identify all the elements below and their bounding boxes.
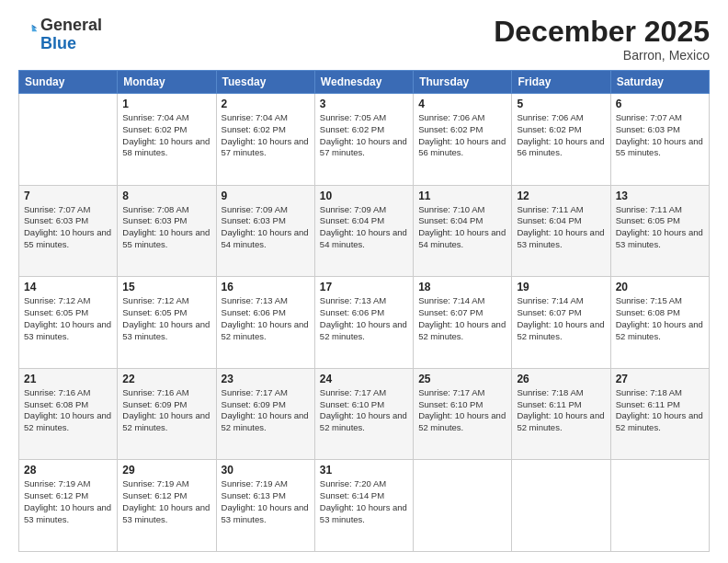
day-info: Sunrise: 7:11 AM Sunset: 6:04 PM Dayligh… [517,204,605,251]
day-info: Sunrise: 7:12 AM Sunset: 6:05 PM Dayligh… [24,295,112,342]
day-info: Sunrise: 7:12 AM Sunset: 6:05 PM Dayligh… [122,295,210,342]
day-info: Sunrise: 7:09 AM Sunset: 6:03 PM Dayligh… [222,204,310,251]
day-number: 22 [122,373,210,385]
day-cell: 12Sunrise: 7:11 AM Sunset: 6:04 PM Dayli… [512,185,610,277]
day-info: Sunrise: 7:17 AM Sunset: 6:09 PM Dayligh… [222,387,310,434]
week-row-2: 7Sunrise: 7:07 AM Sunset: 6:03 PM Daylig… [19,185,710,277]
week-row-3: 14Sunrise: 7:12 AM Sunset: 6:05 PM Dayli… [19,277,710,369]
header-tuesday: Tuesday [216,71,314,94]
day-number: 25 [418,373,506,385]
day-cell: 3Sunrise: 7:05 AM Sunset: 6:02 PM Daylig… [314,94,413,186]
day-info: Sunrise: 7:13 AM Sunset: 6:06 PM Dayligh… [222,295,310,342]
day-info: Sunrise: 7:04 AM Sunset: 6:02 PM Dayligh… [222,112,310,159]
logo-blue: Blue [40,34,76,52]
day-info: Sunrise: 7:17 AM Sunset: 6:10 PM Dayligh… [320,387,408,434]
week-row-5: 28Sunrise: 7:19 AM Sunset: 6:12 PM Dayli… [19,460,710,552]
day-info: Sunrise: 7:19 AM Sunset: 6:12 PM Dayligh… [122,478,210,525]
day-info: Sunrise: 7:05 AM Sunset: 6:02 PM Dayligh… [320,112,408,159]
header-wednesday: Wednesday [314,71,413,94]
logo-icon [20,23,40,43]
day-info: Sunrise: 7:10 AM Sunset: 6:04 PM Dayligh… [418,204,506,251]
day-info: Sunrise: 7:14 AM Sunset: 6:07 PM Dayligh… [517,295,605,342]
day-info: Sunrise: 7:07 AM Sunset: 6:03 PM Dayligh… [616,112,704,159]
day-cell: 31Sunrise: 7:20 AM Sunset: 6:14 PM Dayli… [314,460,413,552]
header-thursday: Thursday [414,71,512,94]
calendar-table: SundayMondayTuesdayWednesdayThursdayFrid… [18,70,710,552]
day-info: Sunrise: 7:06 AM Sunset: 6:02 PM Dayligh… [418,112,506,159]
day-number: 29 [122,464,210,477]
day-cell: 1Sunrise: 7:04 AM Sunset: 6:02 PM Daylig… [118,94,216,186]
day-number: 28 [24,464,112,477]
day-cell: 14Sunrise: 7:12 AM Sunset: 6:05 PM Dayli… [19,277,118,369]
header-saturday: Saturday [610,71,709,94]
day-cell: 26Sunrise: 7:18 AM Sunset: 6:11 PM Dayli… [512,368,610,460]
day-cell: 29Sunrise: 7:19 AM Sunset: 6:12 PM Dayli… [118,460,216,552]
day-info: Sunrise: 7:09 AM Sunset: 6:04 PM Dayligh… [320,204,408,251]
day-number: 26 [517,373,605,385]
day-number: 24 [320,373,408,385]
day-cell [19,94,118,186]
day-info: Sunrise: 7:16 AM Sunset: 6:08 PM Dayligh… [24,387,112,434]
day-cell: 22Sunrise: 7:16 AM Sunset: 6:09 PM Dayli… [118,368,216,460]
day-number: 6 [616,98,704,110]
day-cell: 15Sunrise: 7:12 AM Sunset: 6:05 PM Dayli… [118,277,216,369]
calendar-page: General Blue December 2025 Barron, Mexic… [0,0,728,563]
day-number: 10 [320,190,408,202]
week-row-4: 21Sunrise: 7:16 AM Sunset: 6:08 PM Dayli… [19,368,710,460]
day-number: 9 [222,190,310,202]
day-number: 21 [24,373,112,385]
day-number: 8 [122,190,210,202]
day-cell: 30Sunrise: 7:19 AM Sunset: 6:13 PM Dayli… [216,460,314,552]
day-number: 2 [222,98,310,110]
day-info: Sunrise: 7:16 AM Sunset: 6:09 PM Dayligh… [122,387,210,434]
day-cell: 4Sunrise: 7:06 AM Sunset: 6:02 PM Daylig… [414,94,512,186]
day-number: 1 [122,98,210,110]
day-number: 31 [320,464,408,477]
day-number: 5 [517,98,605,110]
day-number: 17 [320,281,408,293]
day-info: Sunrise: 7:17 AM Sunset: 6:10 PM Dayligh… [418,387,506,434]
day-number: 23 [222,373,310,385]
day-cell: 21Sunrise: 7:16 AM Sunset: 6:08 PM Dayli… [19,368,118,460]
day-info: Sunrise: 7:14 AM Sunset: 6:07 PM Dayligh… [418,295,506,342]
day-number: 20 [616,281,704,293]
day-cell: 25Sunrise: 7:17 AM Sunset: 6:10 PM Dayli… [414,368,512,460]
day-cell: 28Sunrise: 7:19 AM Sunset: 6:12 PM Dayli… [19,460,118,552]
day-cell [512,460,610,552]
title-area: December 2025 Barron, Mexico [494,17,710,63]
day-cell: 27Sunrise: 7:18 AM Sunset: 6:11 PM Dayli… [610,368,709,460]
day-cell: 2Sunrise: 7:04 AM Sunset: 6:02 PM Daylig… [216,94,314,186]
header: General Blue December 2025 Barron, Mexic… [18,17,710,63]
day-cell: 7Sunrise: 7:07 AM Sunset: 6:03 PM Daylig… [19,185,118,277]
day-info: Sunrise: 7:18 AM Sunset: 6:11 PM Dayligh… [616,387,704,434]
logo: General Blue [18,17,102,53]
day-cell: 6Sunrise: 7:07 AM Sunset: 6:03 PM Daylig… [610,94,709,186]
week-row-1: 1Sunrise: 7:04 AM Sunset: 6:02 PM Daylig… [19,94,710,186]
day-number: 18 [418,281,506,293]
day-number: 30 [222,464,310,477]
day-info: Sunrise: 7:06 AM Sunset: 6:02 PM Dayligh… [517,112,605,159]
day-cell: 20Sunrise: 7:15 AM Sunset: 6:08 PM Dayli… [610,277,709,369]
header-row: SundayMondayTuesdayWednesdayThursdayFrid… [19,71,710,94]
day-cell: 5Sunrise: 7:06 AM Sunset: 6:02 PM Daylig… [512,94,610,186]
logo-general: General [40,16,102,34]
day-number: 12 [517,190,605,202]
day-number: 13 [616,190,704,202]
day-cell [414,460,512,552]
day-cell: 10Sunrise: 7:09 AM Sunset: 6:04 PM Dayli… [314,185,413,277]
day-info: Sunrise: 7:15 AM Sunset: 6:08 PM Dayligh… [616,295,704,342]
day-cell: 11Sunrise: 7:10 AM Sunset: 6:04 PM Dayli… [414,185,512,277]
day-cell: 8Sunrise: 7:08 AM Sunset: 6:03 PM Daylig… [118,185,216,277]
day-info: Sunrise: 7:20 AM Sunset: 6:14 PM Dayligh… [320,478,408,525]
day-cell: 16Sunrise: 7:13 AM Sunset: 6:06 PM Dayli… [216,277,314,369]
location-subtitle: Barron, Mexico [494,48,710,63]
day-info: Sunrise: 7:11 AM Sunset: 6:05 PM Dayligh… [616,204,704,251]
day-info: Sunrise: 7:08 AM Sunset: 6:03 PM Dayligh… [122,204,210,251]
day-info: Sunrise: 7:04 AM Sunset: 6:02 PM Dayligh… [122,112,210,159]
day-number: 7 [24,190,112,202]
header-sunday: Sunday [19,71,118,94]
day-number: 14 [24,281,112,293]
day-cell: 24Sunrise: 7:17 AM Sunset: 6:10 PM Dayli… [314,368,413,460]
day-info: Sunrise: 7:19 AM Sunset: 6:13 PM Dayligh… [222,478,310,525]
day-cell: 23Sunrise: 7:17 AM Sunset: 6:09 PM Dayli… [216,368,314,460]
